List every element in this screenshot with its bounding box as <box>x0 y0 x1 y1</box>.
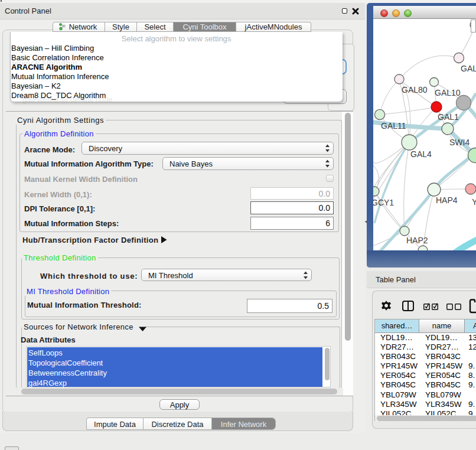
svg-text:GAL10: GAL10 <box>435 88 461 97</box>
svg-text:GCY1: GCY1 <box>373 198 394 207</box>
svg-text:HAP2: HAP2 <box>406 236 428 245</box>
svg-text:SWI4: SWI4 <box>449 138 470 147</box>
svg-text:GAL: GAL <box>461 64 476 73</box>
svg-text:HAP4: HAP4 <box>436 195 458 205</box>
svg-text:GAL11: GAL11 <box>381 121 406 131</box>
svg-text:GAL4: GAL4 <box>410 149 432 159</box>
svg-text:GAL80: GAL80 <box>402 85 428 94</box>
svg-text:GAL1: GAL1 <box>438 112 459 122</box>
svg-text:Y: Y <box>472 197 476 207</box>
